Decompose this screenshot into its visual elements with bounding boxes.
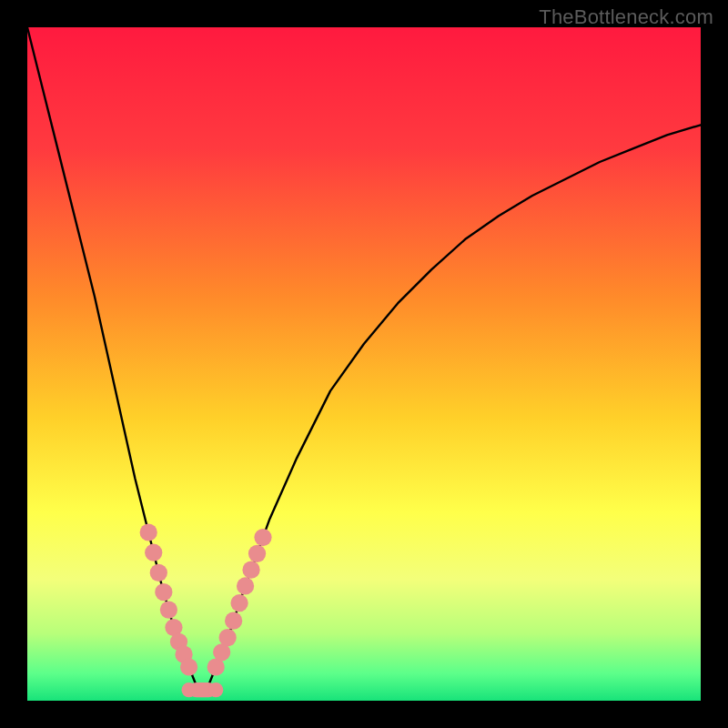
marker-dot	[225, 612, 242, 630]
watermark-text: TheBottleneck.com	[539, 5, 713, 29]
chart-frame: TheBottleneck.com	[0, 0, 728, 728]
valley-bar-cap	[208, 682, 223, 697]
marker-dot	[254, 529, 271, 546]
curve-svg	[27, 27, 701, 701]
valley-bar-cap	[181, 682, 196, 697]
marker-dot	[219, 629, 237, 646]
marker-dot	[237, 577, 254, 594]
marker-dot	[230, 594, 248, 612]
marker-dot	[248, 545, 266, 562]
marker-dot	[150, 564, 167, 581]
bottleneck-curve	[27, 27, 701, 691]
plot-area	[27, 27, 701, 701]
marker-dot	[242, 561, 259, 579]
right-branch-markers	[207, 529, 272, 676]
marker-dot	[160, 601, 177, 618]
marker-dot	[155, 583, 172, 601]
marker-dot	[145, 544, 162, 561]
marker-dot	[140, 523, 157, 541]
left-branch-markers	[140, 523, 198, 675]
marker-dot	[180, 658, 197, 675]
